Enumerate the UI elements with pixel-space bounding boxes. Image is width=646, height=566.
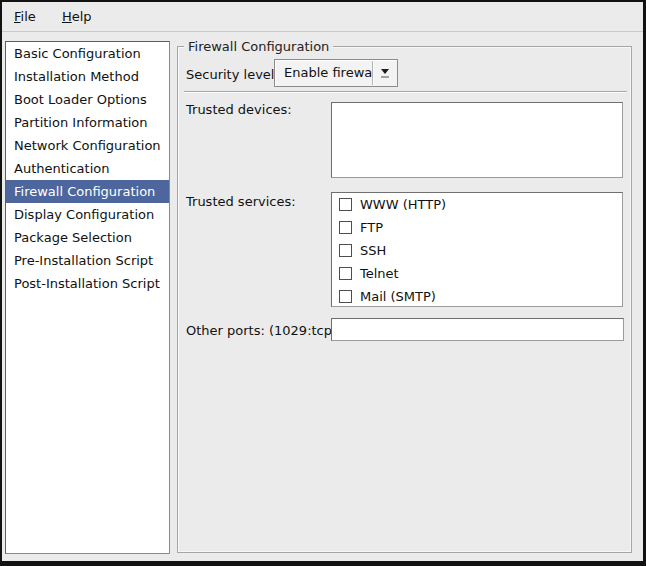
security-level-label: Security level: [186,67,279,83]
service-row: WWW (HTTP) [332,193,622,216]
service-label: SSH [360,243,386,258]
dropdown-arrow-icon[interactable] [373,60,397,86]
kickstart-configurator-window: File Help Basic ConfigurationInstallatio… [0,0,646,566]
sidebar-item[interactable]: Network Configuration [6,134,169,157]
sidebar-item[interactable]: Pre-Installation Script [6,249,169,272]
sidebar-item[interactable]: Post-Installation Script [6,272,169,295]
trusted-devices-label: Trusted devices: [186,102,292,118]
trusted-services-label: Trusted services: [186,194,296,210]
service-checkbox[interactable] [339,198,352,211]
service-label: WWW (HTTP) [360,197,446,212]
service-row: SSH [332,239,622,262]
sidebar-item[interactable]: Package Selection [6,226,169,249]
service-checkbox[interactable] [339,221,352,234]
service-row: FTP [332,216,622,239]
service-label: FTP [360,220,383,235]
firewall-configuration-frame: Firewall Configuration Security level: E… [177,46,632,553]
frame-title: Firewall Configuration [184,39,333,55]
sidebar-item[interactable]: Firewall Configuration [6,180,169,203]
sidebar-item[interactable]: Boot Loader Options [6,88,169,111]
sidebar-item[interactable]: Authentication [6,157,169,180]
horizontal-separator [184,91,627,93]
other-ports-input[interactable] [331,318,624,341]
service-label: Mail (SMTP) [360,289,436,304]
service-checkbox[interactable] [339,244,352,257]
trusted-devices-list[interactable] [331,102,623,178]
security-level-dropdown[interactable]: Enable firewall [274,59,398,87]
service-checkbox[interactable] [339,290,352,303]
menu-file[interactable]: File [4,2,46,30]
service-row: Mail (SMTP) [332,285,622,307]
trusted-services-list[interactable]: WWW (HTTP)FTPSSHTelnetMail (SMTP) [331,192,623,307]
service-label: Telnet [360,266,399,281]
section-list[interactable]: Basic ConfigurationInstallation MethodBo… [5,41,170,554]
sidebar-item[interactable]: Partition Information [6,111,169,134]
sidebar-item[interactable]: Display Configuration [6,203,169,226]
sidebar-item[interactable]: Basic Configuration [6,42,169,65]
security-level-value: Enable firewall [275,60,372,86]
other-ports-label: Other ports: (1029:tcp) [186,323,337,339]
service-checkbox[interactable] [339,267,352,280]
service-row: Telnet [332,262,622,285]
menu-help[interactable]: Help [52,2,102,30]
menubar: File Help [2,2,643,32]
sidebar-item[interactable]: Installation Method [6,65,169,88]
